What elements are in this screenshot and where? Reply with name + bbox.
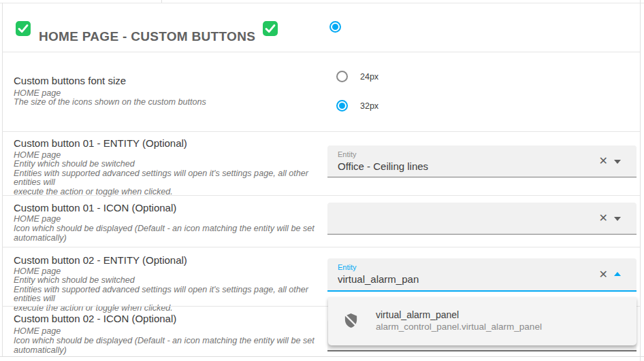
suggestion-primary-text: virtual_alarm_panel xyxy=(376,309,459,320)
setting-description: HOME page Icon which should be displayed… xyxy=(14,327,323,355)
setting-description: HOME page The size of the icons shown on… xyxy=(14,89,323,107)
icon-combobox-button01[interactable]: ✕ xyxy=(327,203,637,235)
setting-title-font-size: Custom buttons font size xyxy=(14,75,126,86)
chevron-up-icon[interactable] xyxy=(614,272,621,276)
radio-selected-icon[interactable] xyxy=(336,100,348,111)
page-title: HOME PAGE - CUSTOM BUTTONS xyxy=(39,29,255,44)
suggestion-item-virtual-alarm-panel[interactable]: virtual_alarm_panel alarm_control_panel.… xyxy=(328,297,637,345)
divider xyxy=(640,0,641,361)
divider xyxy=(2,195,640,196)
header-radio-selected[interactable] xyxy=(329,21,341,33)
radio-unselected-icon[interactable] xyxy=(336,71,348,82)
divider xyxy=(2,247,640,247)
entity-input-button02[interactable] xyxy=(338,273,562,285)
divider xyxy=(2,52,640,52)
entity-input-button01[interactable] xyxy=(338,160,562,172)
check-square-icon xyxy=(263,21,278,36)
entity-combobox-button01[interactable]: Entity ✕ xyxy=(327,145,637,177)
clear-x-icon[interactable]: ✕ xyxy=(599,213,608,224)
chevron-down-icon[interactable] xyxy=(614,160,621,164)
setting-title-button01-icon: Custom button 01 - ICON (Optional) xyxy=(14,202,176,213)
divider xyxy=(0,356,644,357)
setting-title-button02-entity: Custom button 02 - ENTITY (Optional) xyxy=(14,254,187,266)
divider xyxy=(2,3,3,356)
entity-suggestion-menu: virtual_alarm_panel alarm_control_panel.… xyxy=(328,297,637,345)
divider xyxy=(0,3,644,3)
suggestion-secondary-text: alarm_control_panel.virtual_alarm_panel xyxy=(376,322,542,332)
font-size-option-32px[interactable]: 32px xyxy=(336,100,379,111)
setting-description: HOME page Icon which should be displayed… xyxy=(14,215,323,243)
field-label: Entity xyxy=(338,263,357,271)
settings-page: HOME PAGE - CUSTOM BUTTONS Custom button… xyxy=(0,0,644,361)
divider xyxy=(2,131,640,132)
setting-title-button01-entity: Custom button 01 - ENTITY (Optional) xyxy=(14,137,187,149)
entity-combobox-button02[interactable]: Entity ✕ xyxy=(327,258,637,292)
field-label: Entity xyxy=(338,150,357,158)
shield-off-icon xyxy=(343,313,359,331)
icon-input-button01[interactable] xyxy=(338,218,562,229)
clear-x-icon[interactable]: ✕ xyxy=(599,156,608,167)
chevron-down-icon[interactable] xyxy=(614,217,621,221)
divider xyxy=(161,0,162,3)
font-size-option-24px[interactable]: 24px xyxy=(336,71,379,82)
check-square-icon xyxy=(16,21,31,36)
clear-x-icon[interactable]: ✕ xyxy=(599,269,608,280)
setting-title-button02-icon: Custom button 02 - ICON (Optional) xyxy=(14,313,176,324)
setting-description: HOME page Entity which should be switche… xyxy=(14,151,323,196)
